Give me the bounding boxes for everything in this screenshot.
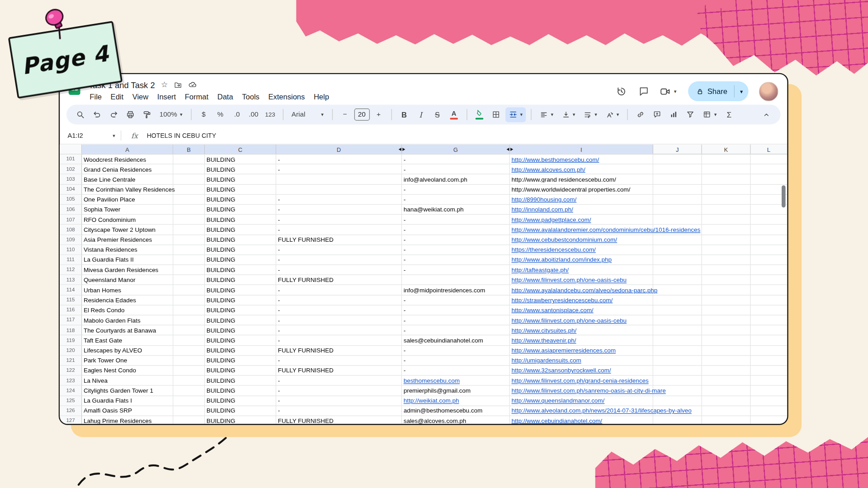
cell[interactable] <box>173 315 205 325</box>
font-size-input[interactable]: 20 <box>354 108 369 121</box>
cell[interactable] <box>702 155 751 164</box>
cell[interactable] <box>173 396 205 406</box>
cell[interactable]: - <box>276 195 402 205</box>
cell[interactable] <box>402 275 510 285</box>
column-header-C[interactable]: C <box>205 145 276 154</box>
name-box[interactable]: A1:I2 ▾ <box>67 131 118 139</box>
cell-link[interactable]: http://www.asiapremierresidences.com <box>511 347 616 354</box>
cell[interactable]: Vistana Residences <box>82 245 173 255</box>
cell[interactable]: BUILDING <box>205 356 276 366</box>
row-header[interactable]: 124 <box>60 386 82 396</box>
formula-input[interactable]: HOTELS IN CEBU CITY <box>147 132 216 139</box>
cell[interactable] <box>702 325 751 335</box>
cell[interactable]: Mivesa Garden Residences <box>82 265 173 275</box>
cell[interactable] <box>702 396 751 406</box>
cell[interactable]: BUILDING <box>205 164 276 174</box>
column-header-A[interactable]: A <box>82 145 173 154</box>
cell[interactable]: premierphils@gmail.com <box>402 386 510 396</box>
cell[interactable] <box>173 184 205 194</box>
cell[interactable]: - <box>276 295 402 305</box>
cell[interactable]: https://theresidencescebu.com/ <box>510 245 653 255</box>
version-history-icon[interactable] <box>614 84 628 99</box>
cell[interactable]: - <box>402 265 510 275</box>
cell[interactable]: http://innoland.com.ph/ <box>510 205 653 215</box>
cell[interactable] <box>702 315 751 325</box>
cell[interactable]: info@midpointresidences.com <box>402 285 510 295</box>
text-color-button[interactable]: A <box>447 107 462 122</box>
cell[interactable]: BUILDING <box>205 225 276 235</box>
cell[interactable] <box>702 416 751 424</box>
cell[interactable] <box>653 336 702 346</box>
cell[interactable] <box>173 356 205 366</box>
italic-button[interactable]: I <box>413 107 428 122</box>
cell[interactable]: Grand Cenia Residences <box>82 164 173 174</box>
cell[interactable]: - <box>276 315 402 325</box>
cell[interactable]: - <box>276 356 402 366</box>
cell[interactable]: sales@cebuindianahotel.com <box>402 336 510 346</box>
cell[interactable] <box>173 174 205 184</box>
cell[interactable] <box>653 346 702 356</box>
row-header[interactable]: 107 <box>60 215 82 225</box>
cell[interactable]: - <box>402 255 510 265</box>
more-formats-button[interactable]: 123 <box>263 107 278 122</box>
cell[interactable]: - <box>402 356 510 366</box>
cell[interactable] <box>173 265 205 275</box>
cell[interactable]: Cityscape Tower 2 Uptown <box>82 225 173 235</box>
cell[interactable]: - <box>402 245 510 255</box>
cell[interactable]: Citylights Garden Tower 1 <box>82 386 173 396</box>
cell-link[interactable]: http://www.queenslandmanor.com/ <box>511 397 604 404</box>
cell[interactable] <box>173 275 205 285</box>
row-header[interactable]: 105 <box>60 195 82 205</box>
cell[interactable] <box>702 184 751 194</box>
cell[interactable]: BUILDING <box>205 325 276 335</box>
cell[interactable]: La Guardia Flats II <box>82 255 173 265</box>
row-header[interactable]: 115 <box>60 295 82 305</box>
row-header[interactable]: 112 <box>60 265 82 275</box>
increase-font-size-button[interactable]: + <box>371 107 386 122</box>
cell[interactable] <box>653 174 702 184</box>
menu-help[interactable]: Help <box>309 92 334 102</box>
menu-format[interactable]: Format <box>180 92 213 102</box>
decrease-font-size-button[interactable]: − <box>337 107 352 122</box>
row-header[interactable]: 113 <box>60 275 82 285</box>
row-header[interactable]: 111 <box>60 255 82 265</box>
cell[interactable]: sales@alcoves.com.ph <box>402 416 510 424</box>
cell[interactable]: - <box>276 215 402 225</box>
cell-link[interactable]: http://www.ayalalandpremier.com/condomin… <box>511 226 700 233</box>
name-box-caret-icon[interactable]: ▾ <box>113 133 115 138</box>
cell[interactable] <box>173 386 205 396</box>
cell[interactable]: The Corinthian Valley Residences <box>82 184 173 194</box>
cell[interactable]: BUILDING <box>205 416 276 424</box>
cell[interactable]: - <box>276 386 402 396</box>
row-header[interactable]: 120 <box>60 346 82 356</box>
row-header[interactable]: 109 <box>60 235 82 245</box>
bold-button[interactable]: B <box>396 107 411 122</box>
menu-edit[interactable]: Edit <box>106 92 128 102</box>
search-icon[interactable] <box>73 107 88 122</box>
cell[interactable]: - <box>402 346 510 356</box>
scrollbar-thumb[interactable] <box>782 185 786 207</box>
cell[interactable]: - <box>276 396 402 406</box>
cell[interactable] <box>702 336 751 346</box>
cell-link[interactable]: http://www.alveoland.com.ph/news/2014-07… <box>511 408 691 414</box>
cell[interactable] <box>653 325 702 335</box>
row-header[interactable]: 101 <box>60 155 82 164</box>
cell[interactable]: BUILDING <box>205 275 276 285</box>
horizontal-align-button[interactable]: ▾ <box>537 107 557 122</box>
cell[interactable] <box>653 245 702 255</box>
cell[interactable]: http://www.asiapremierresidences.com <box>510 346 653 356</box>
cell[interactable]: FULLY FURNISHED <box>276 235 402 245</box>
row-header[interactable]: 122 <box>60 366 82 375</box>
cell[interactable]: BUILDING <box>205 265 276 275</box>
borders-button[interactable] <box>489 107 504 122</box>
print-icon[interactable] <box>123 107 138 122</box>
cell[interactable]: BUILDING <box>205 346 276 356</box>
cell[interactable]: - <box>402 195 510 205</box>
cell-link[interactable]: http://www.cebuindianahotel.com/ <box>511 418 602 424</box>
cell[interactable]: - <box>276 245 402 255</box>
cell[interactable]: besthomescebu.com <box>402 376 510 386</box>
cell-link[interactable]: http://www.ayalalandcebu.com/alveo/sedon… <box>511 286 657 293</box>
cell[interactable] <box>653 275 702 285</box>
menu-extensions[interactable]: Extensions <box>264 92 309 102</box>
redo-icon[interactable] <box>106 107 121 122</box>
